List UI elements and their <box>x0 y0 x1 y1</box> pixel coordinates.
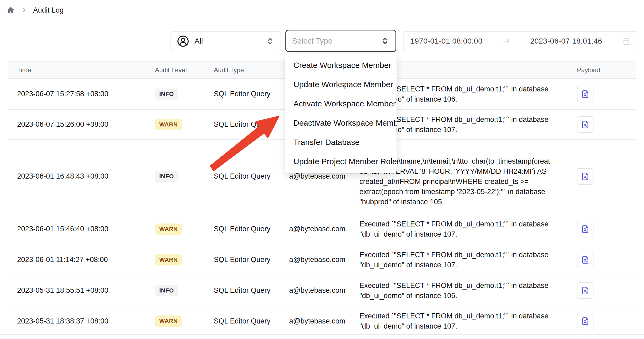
audit-level-badge: INFO <box>155 285 178 296</box>
date-range-picker[interactable]: 1970-01-01 08:00:00 2023-06-07 18:01:46 <box>403 31 638 51</box>
chevrons-up-down-icon <box>381 36 390 45</box>
calendar-icon[interactable] <box>622 37 631 45</box>
view-payload-button[interactable] <box>577 313 593 329</box>
arrow-right-icon <box>502 37 510 45</box>
cell-actor: a@bytebase.com <box>272 256 350 264</box>
cell-actor: a@bytebase.com <box>272 225 350 233</box>
page-title: Audit Log <box>33 6 64 14</box>
view-payload-button[interactable] <box>577 86 593 102</box>
cell-audit-type: SQL Editor Query <box>197 90 272 98</box>
cell-comment: Executed `"SELECT * FROM db_ui_demo.t1;"… <box>350 219 553 239</box>
view-payload-button[interactable] <box>577 252 593 268</box>
audit-level-badge: WARN <box>155 254 182 265</box>
audit-level-badge: WARN <box>155 315 182 327</box>
table-row: 2023-05-31 18:55:51 +08:00 INFO SQL Edit… <box>8 275 636 306</box>
user-circle-icon <box>177 35 189 47</box>
audit-log-page: Audit Log All Select Type 1970-01-01 08:… <box>0 0 644 339</box>
cell-time: 2023-06-01 11:14:27 +08:00 <box>8 256 138 264</box>
cell-audit-type: SQL Editor Query <box>197 120 272 129</box>
dropdown-option[interactable]: Create Workspace Member <box>285 56 397 75</box>
audit-level-badge: INFO <box>155 171 178 182</box>
cell-comment: Executed `"SELECT * FROM db_ui_demo.t1;"… <box>350 311 553 331</box>
table-row: 2023-05-31 18:38:37 +08:00 WARN SQL Edit… <box>8 306 636 336</box>
dropdown-option[interactable]: Transfer Database <box>285 133 397 152</box>
breadcrumb: Audit Log <box>6 6 64 14</box>
cell-actor: a@bytebase.com <box>272 172 350 180</box>
column-header-audit-type: Audit Type <box>197 66 272 74</box>
view-payload-button[interactable] <box>577 282 593 299</box>
chevron-right-icon <box>21 7 27 13</box>
cell-audit-type: SQL Editor Query <box>197 256 272 264</box>
cell-time: 2023-06-01 16:48:43 +08:00 <box>8 172 138 180</box>
cell-actor: a@bytebase.com <box>272 317 350 325</box>
cell-comment: Executed `"SELECT * FROM db_ui_demo.t1;"… <box>350 250 553 270</box>
cell-actor: a@bytebase.com <box>272 286 350 295</box>
cell-audit-type: SQL Editor Query <box>197 286 272 295</box>
audit-type-placeholder: Select Type <box>292 37 332 45</box>
column-header-payload: Payload <box>553 66 636 74</box>
view-payload-button[interactable] <box>577 221 593 237</box>
dropdown-option[interactable]: Activate Workspace Member <box>285 94 397 113</box>
home-icon[interactable] <box>6 6 15 14</box>
dropdown-option[interactable]: Deactivate Workspace Member <box>285 113 397 133</box>
cell-time: 2023-06-07 15:27:58 +08:00 <box>8 90 138 98</box>
cell-time: 2023-05-31 18:38:37 +08:00 <box>8 317 138 325</box>
actor-scope-select[interactable]: All <box>170 31 281 51</box>
audit-level-badge: INFO <box>155 88 178 100</box>
next-row-divider <box>0 334 644 335</box>
audit-level-badge: WARN <box>155 119 182 130</box>
table-row: 2023-06-01 15:46:40 +08:00 WARN SQL Edit… <box>8 213 636 245</box>
column-header-audit-level: Audit Level <box>138 66 197 74</box>
column-header-time: Time <box>8 66 138 74</box>
chevrons-up-down-icon <box>266 37 275 46</box>
view-payload-button[interactable] <box>577 116 593 133</box>
audit-level-badge: WARN <box>155 224 182 235</box>
dropdown-option[interactable]: Update Project Member Role <box>285 152 397 171</box>
dropdown-option[interactable]: Update Workspace Member <box>285 75 397 94</box>
cell-time: 2023-06-07 15:26:00 +08:00 <box>8 120 138 129</box>
cell-time: 2023-06-01 15:46:40 +08:00 <box>8 225 138 233</box>
cell-time: 2023-05-31 18:55:51 +08:00 <box>8 286 138 295</box>
cell-audit-type: SQL Editor Query <box>197 317 272 325</box>
view-payload-button[interactable] <box>577 168 593 185</box>
cell-audit-type: SQL Editor Query <box>197 225 272 233</box>
table-row: 2023-06-01 11:14:27 +08:00 WARN SQL Edit… <box>8 245 636 275</box>
date-range-end: 2023-06-07 18:01:46 <box>530 37 602 45</box>
audit-type-dropdown-menu: Create Workspace Member Update Workspace… <box>285 53 397 173</box>
audit-type-select[interactable]: Select Type <box>285 30 396 52</box>
cell-comment: Executed `"SELECT * FROM db_ui_demo.t1;"… <box>350 280 553 301</box>
date-range-start: 1970-01-01 08:00:00 <box>410 37 483 45</box>
actor-scope-value: All <box>195 37 203 45</box>
cell-audit-type: SQL Editor Query <box>197 172 272 180</box>
